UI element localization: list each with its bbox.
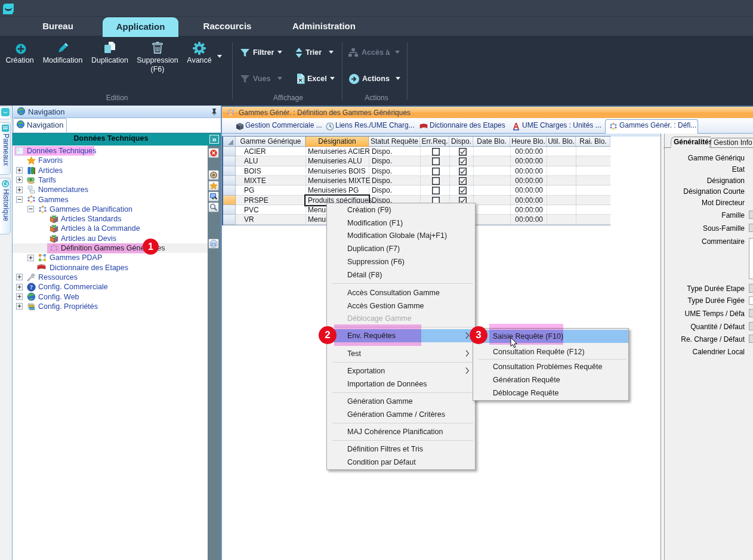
svg-text:21: 21 [211,242,217,247]
svg-text:?: ? [30,284,33,290]
